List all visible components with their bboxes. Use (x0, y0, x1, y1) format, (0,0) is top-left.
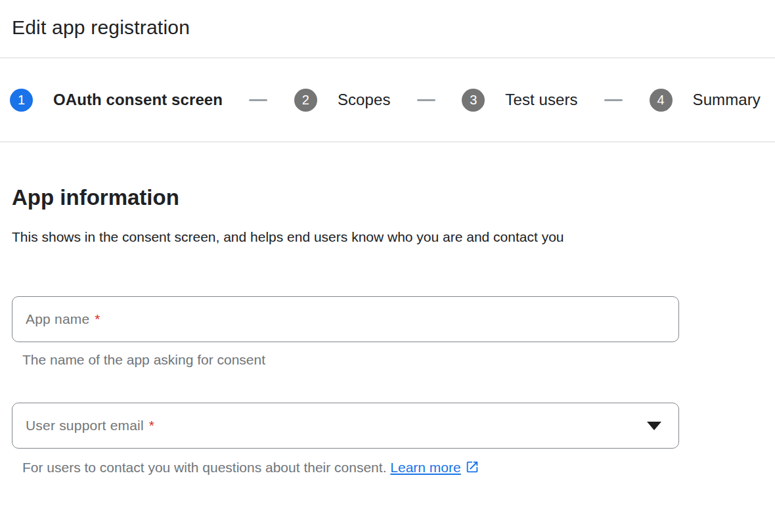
step-3-label: Test users (505, 91, 577, 109)
step-3-circle: 3 (462, 89, 485, 112)
user-support-email-label: User support email (26, 418, 144, 433)
required-asterisk: * (95, 311, 100, 327)
user-support-email-helper-text: For users to contact you with questions … (22, 459, 775, 476)
step-4-circle: 4 (650, 89, 673, 112)
step-separator (249, 99, 267, 101)
dropdown-arrow-icon[interactable] (647, 422, 661, 430)
page-title: Edit app registration (12, 16, 775, 39)
main-content: App information This shows in the consen… (0, 185, 775, 476)
step-2-label: Scopes (338, 91, 391, 109)
external-link-icon (465, 460, 479, 474)
section-description: This shows in the consent screen, and he… (12, 224, 583, 250)
step-2-circle: 2 (294, 89, 317, 112)
app-name-input[interactable]: App name * (12, 296, 679, 342)
step-test-users[interactable]: 3 Test users (462, 89, 577, 112)
step-separator (604, 99, 623, 101)
app-name-helper-text: The name of the app asking for consent (22, 351, 775, 368)
step-separator (417, 99, 435, 101)
step-1-circle: 1 (10, 89, 33, 112)
required-asterisk: * (149, 418, 154, 433)
title-bar: Edit app registration (0, 0, 775, 58)
app-name-label: App name (26, 311, 89, 327)
step-4-label: Summary (693, 91, 761, 109)
step-1-label: OAuth consent screen (53, 91, 223, 109)
helper-text: For users to contact you with questions … (22, 460, 386, 475)
wizard-stepper: 1 OAuth consent screen 2 Scopes 3 Test u… (0, 58, 775, 143)
step-scopes[interactable]: 2 Scopes (294, 89, 391, 112)
step-oauth-consent-screen[interactable]: 1 OAuth consent screen (10, 89, 223, 112)
learn-more-link[interactable]: Learn more (390, 460, 460, 475)
step-summary[interactable]: 4 Summary (650, 89, 761, 112)
user-support-email-select[interactable]: User support email * (12, 403, 679, 449)
section-heading: App information (12, 185, 775, 211)
